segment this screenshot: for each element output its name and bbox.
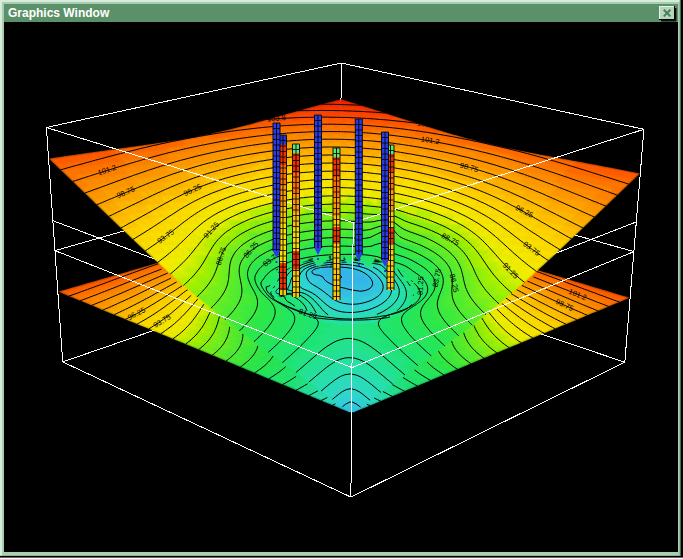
svg-text:103.8: 103.8 xyxy=(267,113,286,124)
svg-text:81.25: 81.25 xyxy=(416,276,426,295)
svg-text:Graphics Window: Graphics Window xyxy=(8,6,110,20)
